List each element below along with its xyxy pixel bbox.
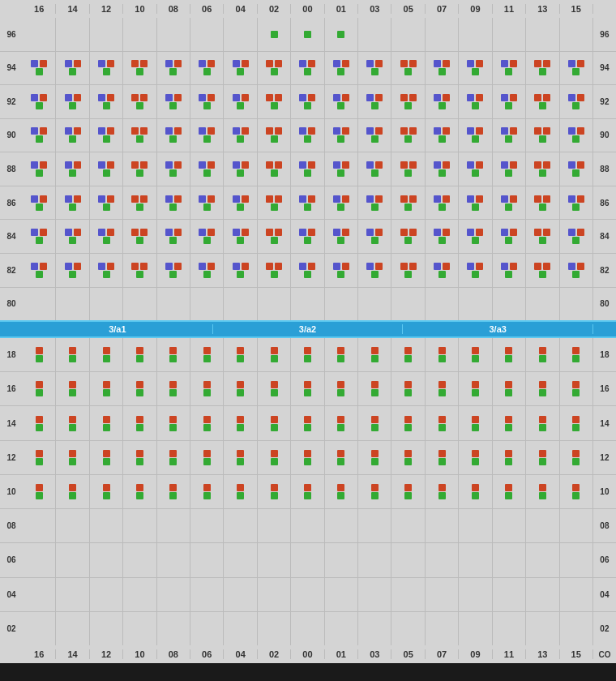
seat-cell[interactable] <box>190 288 224 321</box>
seat-cell[interactable] <box>258 543 291 576</box>
seat-cell[interactable] <box>358 152 391 186</box>
seat-cell[interactable] <box>426 18 459 51</box>
seat-cell[interactable] <box>291 288 324 321</box>
seat-cell[interactable] <box>56 220 89 253</box>
seat-cell[interactable] <box>291 338 324 371</box>
seat-cell[interactable] <box>426 338 459 371</box>
seat-cell[interactable] <box>56 372 89 405</box>
seat-cell[interactable] <box>291 406 324 439</box>
seat-cell[interactable] <box>391 475 425 508</box>
seat-cell[interactable] <box>157 406 190 439</box>
seat-cell[interactable] <box>190 18 224 51</box>
seat-cell[interactable] <box>426 152 459 186</box>
seat-cell[interactable] <box>23 254 56 287</box>
seat-cell[interactable] <box>123 543 156 576</box>
seat-cell[interactable] <box>560 119 593 152</box>
seat-cell[interactable] <box>291 543 324 576</box>
seat-cell[interactable] <box>157 612 190 645</box>
seat-cell[interactable] <box>190 152 224 186</box>
seat-cell[interactable] <box>123 186 156 220</box>
seat-cell[interactable] <box>258 85 291 118</box>
seat-cell[interactable] <box>526 543 559 576</box>
seat-cell[interactable] <box>291 152 324 186</box>
seat-cell[interactable] <box>526 612 559 645</box>
seat-cell[interactable] <box>325 220 358 253</box>
seat-cell[interactable] <box>391 220 425 253</box>
seat-cell[interactable] <box>258 18 291 51</box>
seat-cell[interactable] <box>291 220 324 253</box>
seat-cell[interactable] <box>358 612 391 645</box>
seat-cell[interactable] <box>224 152 257 186</box>
seat-cell[interactable] <box>493 18 526 51</box>
seat-cell[interactable] <box>291 475 324 508</box>
seat-cell[interactable] <box>56 119 89 152</box>
seat-cell[interactable] <box>325 543 358 576</box>
seat-cell[interactable] <box>459 406 492 439</box>
seat-cell[interactable] <box>157 288 190 321</box>
seat-cell[interactable] <box>358 18 391 51</box>
seat-cell[interactable] <box>493 52 526 85</box>
seat-cell[interactable] <box>90 372 123 405</box>
seat-cell[interactable] <box>23 220 56 253</box>
seat-cell[interactable] <box>526 186 559 220</box>
seat-cell[interactable] <box>459 85 492 118</box>
seat-cell[interactable] <box>157 509 190 542</box>
seat-cell[interactable] <box>123 152 156 186</box>
seat-cell[interactable] <box>56 152 89 186</box>
seat-cell[interactable] <box>560 288 593 321</box>
seat-cell[interactable] <box>325 254 358 287</box>
seat-cell[interactable] <box>190 475 224 508</box>
seat-cell[interactable] <box>224 220 257 253</box>
seat-cell[interactable] <box>23 119 56 152</box>
seat-cell[interactable] <box>23 543 56 576</box>
seat-cell[interactable] <box>291 119 324 152</box>
seat-cell[interactable] <box>224 372 257 405</box>
seat-cell[interactable] <box>190 543 224 576</box>
seat-cell[interactable] <box>459 152 492 186</box>
seat-cell[interactable] <box>123 85 156 118</box>
seat-cell[interactable] <box>190 338 224 371</box>
seat-cell[interactable] <box>291 18 324 51</box>
seat-cell[interactable] <box>90 254 123 287</box>
seat-cell[interactable] <box>358 475 391 508</box>
seat-cell[interactable] <box>459 509 492 542</box>
seat-cell[interactable] <box>459 18 492 51</box>
seat-cell[interactable] <box>526 406 559 439</box>
seat-cell[interactable] <box>459 372 492 405</box>
seat-cell[interactable] <box>459 288 492 321</box>
seat-cell[interactable] <box>56 406 89 439</box>
seat-cell[interactable] <box>426 475 459 508</box>
seat-cell[interactable] <box>224 406 257 439</box>
seat-cell[interactable] <box>23 475 56 508</box>
seat-cell[interactable] <box>493 441 526 474</box>
seat-cell[interactable] <box>56 475 89 508</box>
seat-cell[interactable] <box>459 475 492 508</box>
seat-cell[interactable] <box>358 509 391 542</box>
seat-cell[interactable] <box>23 288 56 321</box>
seat-cell[interactable] <box>526 338 559 371</box>
seat-cell[interactable] <box>56 509 89 542</box>
seat-cell[interactable] <box>526 152 559 186</box>
seat-cell[interactable] <box>157 152 190 186</box>
seat-cell[interactable] <box>426 509 459 542</box>
seat-cell[interactable] <box>426 612 459 645</box>
seat-cell[interactable] <box>23 18 56 51</box>
seat-cell[interactable] <box>123 612 156 645</box>
seat-cell[interactable] <box>123 578 156 611</box>
seat-cell[interactable] <box>224 186 257 220</box>
seat-cell[interactable] <box>391 119 425 152</box>
seat-cell[interactable] <box>157 52 190 85</box>
seat-cell[interactable] <box>325 18 358 51</box>
seat-cell[interactable] <box>391 406 425 439</box>
seat-cell[interactable] <box>56 612 89 645</box>
seat-cell[interactable] <box>358 372 391 405</box>
seat-cell[interactable] <box>391 186 425 220</box>
seat-cell[interactable] <box>391 85 425 118</box>
seat-cell[interactable] <box>157 119 190 152</box>
seat-cell[interactable] <box>560 441 593 474</box>
seat-cell[interactable] <box>493 85 526 118</box>
seat-cell[interactable] <box>90 475 123 508</box>
seat-cell[interactable] <box>560 372 593 405</box>
seat-cell[interactable] <box>358 288 391 321</box>
seat-cell[interactable] <box>123 406 156 439</box>
